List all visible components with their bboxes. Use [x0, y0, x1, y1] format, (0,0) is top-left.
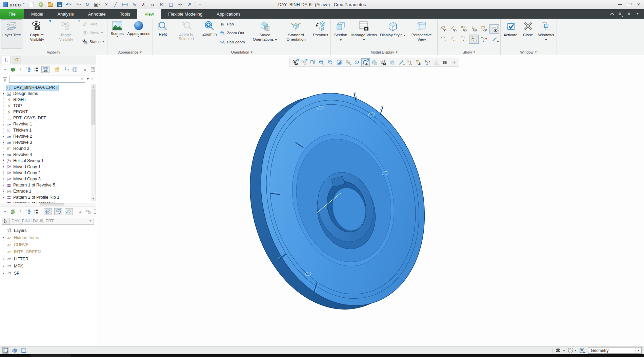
scenes-button[interactable]: Scenes — [108, 19, 126, 48]
tree-item[interactable]: Revolve 2 — [0, 133, 96, 139]
dimension-display-button[interactable]: 10.0 — [489, 24, 499, 34]
navigator-toggle-button[interactable] — [2, 347, 8, 354]
tree-item[interactable]: Pattern 2 of Profile Rib 1 — [0, 194, 96, 200]
gt-capture-visibility-button[interactable] — [291, 58, 299, 66]
select-box-dropdown-icon[interactable] — [575, 350, 577, 351]
display-style-button[interactable]: Display Style — [379, 19, 407, 48]
layers-panel-icon[interactable] — [10, 208, 16, 215]
tree-item[interactable]: RIGHT — [0, 97, 96, 103]
layers-dots-handle[interactable]: ⋮ — [18, 208, 23, 215]
tab-flexible-modeling[interactable]: Flexible Modeling — [161, 9, 209, 19]
scroll-down-icon[interactable]: ▼ — [91, 197, 95, 201]
windows-button[interactable]: Windows — [537, 19, 556, 48]
expand-arrow[interactable] — [2, 190, 5, 192]
tree-model-icon[interactable] — [10, 66, 16, 73]
measure-button[interactable]: ╱ — [113, 1, 118, 7]
selection-filter-dropdown[interactable] — [636, 348, 641, 353]
angle-button[interactable]: ∡ — [141, 1, 146, 7]
annotation-display-button[interactable] — [479, 24, 489, 34]
expand-arrow[interactable] — [2, 178, 5, 180]
layers-model-field[interactable]: DAY_BINH-DA-6L.PRT — [9, 218, 94, 225]
perspective-view-button[interactable]: Perspective View — [407, 19, 436, 48]
find-dropdown-icon[interactable] — [563, 350, 565, 351]
graph-button[interactable]: ↗ — [186, 1, 192, 7]
layer-item[interactable]: INTF_GREEN — [0, 248, 96, 255]
expand-arrow[interactable] — [2, 141, 5, 143]
gt-toggle-visibility-button[interactable] — [300, 58, 308, 66]
clear-filter-icon[interactable]: × — [81, 77, 83, 81]
tree-item[interactable]: Extrude 1 — [0, 188, 96, 194]
hide-button[interactable]: Hide — [81, 21, 99, 27]
select-cursor-icon[interactable] — [2, 218, 9, 225]
tree-item[interactable]: Round 2 — [0, 145, 96, 152]
tab-view[interactable]: View — [137, 9, 161, 19]
gt-geometry-check-button[interactable] — [432, 58, 440, 66]
tree-dots-handle[interactable]: ⋮ — [18, 66, 23, 73]
minimize-icon[interactable] — [618, 4, 622, 5]
gt-display-style-button[interactable] — [353, 58, 361, 66]
layer-item[interactable]: SP — [0, 270, 96, 277]
scroll-up-icon[interactable]: ▲ — [91, 84, 95, 89]
pan-button[interactable]: Pan — [219, 21, 235, 27]
tree-column-display-button[interactable] — [72, 66, 78, 73]
gt-view-normal-button[interactable] — [361, 58, 370, 66]
expand-arrow[interactable] — [2, 172, 5, 174]
tree-columns-button[interactable] — [41, 66, 49, 73]
maximize-icon[interactable] — [628, 3, 631, 6]
layer-item[interactable]: CURVE — [0, 241, 96, 248]
tree-item[interactable]: Revolve 1 — [0, 121, 96, 127]
pan-zoom-button[interactable]: Pan Zoom — [219, 39, 246, 45]
tab-tools[interactable]: Tools — [113, 9, 137, 19]
3d-notes-button[interactable] — [489, 35, 499, 44]
tab-file[interactable]: File — [0, 9, 24, 19]
gt-spin-center-button[interactable] — [344, 58, 352, 66]
gt-clip-button[interactable] — [449, 58, 458, 66]
filter-dropdown-icon[interactable] — [87, 78, 89, 80]
redo-button[interactable]: ↷▾ — [75, 1, 81, 7]
collapse-ribbon-icon[interactable] — [610, 13, 614, 16]
show-layer-items-button[interactable] — [44, 208, 52, 215]
open-button[interactable] — [47, 1, 53, 7]
tab-annotate[interactable]: Annotate — [81, 9, 113, 19]
diameter-button[interactable]: ⌀ — [150, 1, 155, 7]
expand-arrow[interactable] — [2, 184, 5, 186]
layers-expand-button[interactable] — [26, 208, 31, 215]
section-box-button[interactable]: ◫ — [168, 1, 174, 7]
show-button[interactable]: Show — [81, 30, 104, 36]
tree-item[interactable]: TOP — [0, 103, 96, 109]
expand-arrow[interactable] — [2, 196, 5, 198]
hscroll-thumb[interactable] — [40, 203, 64, 205]
standard-orientation-button[interactable]: Standard Orientation — [280, 19, 311, 48]
save-button[interactable] — [57, 1, 62, 7]
scroll-thumb[interactable] — [92, 90, 95, 125]
manage-views-button[interactable]: Manage Views — [349, 19, 379, 48]
redo-dropdown[interactable]: ▾ — [80, 3, 81, 6]
close-window-button[interactable]: × — [104, 1, 109, 7]
point-display-button[interactable] — [459, 24, 468, 34]
tree-settings-button[interactable] — [90, 66, 96, 73]
gt-zoom-out-button[interactable] — [326, 58, 335, 66]
layer-item[interactable]: LIFTER — [0, 255, 96, 262]
point-tag-button[interactable] — [459, 35, 468, 44]
customize-quick-access-button[interactable] — [196, 1, 201, 7]
more-options-icon[interactable] — [637, 13, 639, 15]
open-embedded-button[interactable] — [38, 1, 44, 7]
spin-center-button[interactable] — [479, 35, 489, 44]
tree-item[interactable]: Pattern 1 of Revolve 5 — [0, 182, 96, 188]
gt-refit-button[interactable] — [308, 58, 317, 66]
status-button[interactable]: Status — [81, 39, 105, 45]
activate-button[interactable]: Activate — [502, 19, 519, 48]
tree-filter-button[interactable] — [64, 66, 70, 73]
csys-tag-button[interactable] — [469, 35, 479, 44]
model-tree-scrollbar[interactable]: ▲ ▼ — [91, 84, 96, 201]
tab-applications[interactable]: Applications — [209, 9, 247, 19]
refit-button[interactable]: Refit — [154, 19, 172, 48]
tree-item[interactable]: Revolve 3 — [0, 139, 96, 145]
tree-item[interactable]: FRONT — [0, 109, 96, 115]
folder-browser-tab[interactable] — [12, 56, 21, 64]
undo-dropdown[interactable]: ▾ — [70, 3, 72, 6]
tree-expand-button[interactable] — [26, 66, 31, 73]
tab-analysis[interactable]: Analysis — [50, 9, 81, 19]
tree-collapse-button[interactable] — [34, 66, 39, 73]
add-filter-icon[interactable]: + — [90, 76, 94, 82]
